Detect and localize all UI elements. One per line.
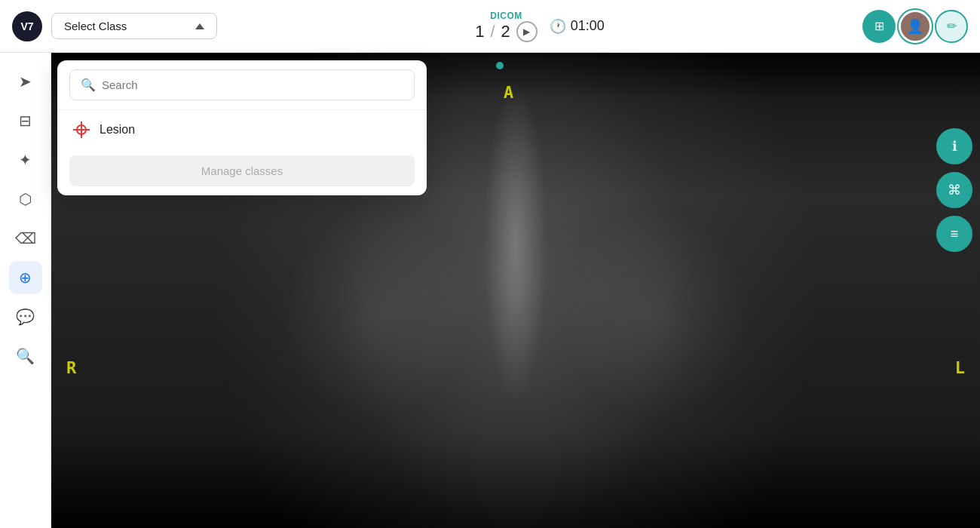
current-page: 1 [475,22,484,41]
chevron-up-icon [195,23,204,29]
minus-square-icon[interactable]: ⊟ [9,104,42,137]
user-avatar[interactable]: 👤 [899,10,932,43]
crosshair-tool-icon[interactable]: ⊕ [9,261,42,294]
separator: / [490,22,495,41]
keyboard-shortcut-button[interactable]: ⌘ [936,172,972,208]
layers-button[interactable]: ≡ [936,216,972,252]
edit-button[interactable]: ✏ [935,10,968,43]
header-center: DICOM 1 / 2 ▶ 🕐 01:00 [217,11,862,42]
sparkle-icon[interactable]: ✦ [9,143,42,177]
teal-marker [496,62,504,69]
timer-value: 01:00 [571,18,605,34]
xray-label-L: L [955,358,965,377]
header: V7 Select Class DICOM 1 / 2 ▶ 🕐 01:00 ⊞ … [0,0,980,53]
xray-label-A: A [504,83,513,102]
lesion-class-item[interactable]: Lesion [57,110,427,149]
crosshair-shape [73,121,90,138]
info-button[interactable]: ℹ [936,128,972,164]
class-dropdown: 🔍 Lesion Manage classes [57,60,427,195]
sidebar: ➤ ⊟ ✦ ⬡ ⌫ ⊕ 💬 🔍 [0,53,51,528]
timer-display: 🕐 01:00 [550,18,605,35]
right-panel: ℹ ⌘ ≡ [936,128,972,252]
dicom-navigation: 1 / 2 ▶ [475,21,537,42]
class-selector-label: Select Class [64,20,127,32]
polygon-icon[interactable]: ⬡ [9,183,42,216]
send-icon[interactable]: ➤ [9,65,42,98]
search-input[interactable] [102,78,403,91]
clock-icon: 🕐 [550,18,566,35]
lesion-label: Lesion [100,123,135,137]
crosshair-circle [76,124,87,135]
xray-label-R: R [66,358,76,377]
logo: V7 [12,11,42,41]
search-icon: 🔍 [81,78,96,92]
grid-view-button[interactable]: ⊞ [862,10,896,43]
header-right: ⊞ 👤 ✏ [862,10,968,43]
total-pages: 2 [501,22,510,41]
eraser-icon[interactable]: ⌫ [9,222,42,255]
comment-icon[interactable]: 💬 [9,300,42,333]
class-selector-button[interactable]: Select Class [51,13,217,39]
dicom-label: DICOM [490,11,522,21]
search-box: 🔍 [57,60,427,110]
search-input-wrap[interactable]: 🔍 [69,69,415,100]
search-tool-icon[interactable]: 🔍 [9,339,42,373]
next-page-button[interactable]: ▶ [516,21,537,42]
lesion-crosshair-icon [72,121,90,139]
manage-classes-button[interactable]: Manage classes [69,155,415,186]
